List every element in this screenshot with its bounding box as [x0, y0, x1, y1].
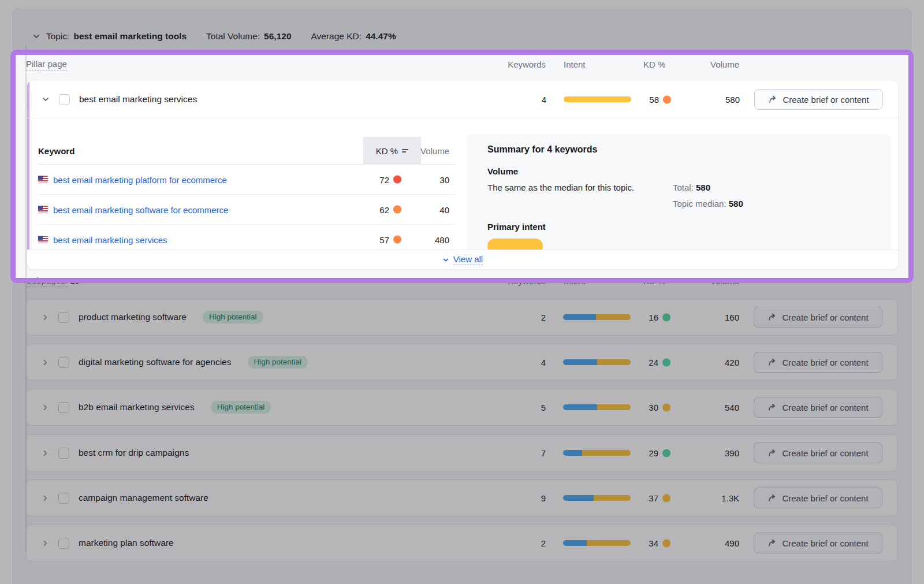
summary-panel: Summary for 4 keywords Volume The same a…	[467, 134, 891, 255]
subpage-checkbox[interactable]	[58, 312, 69, 323]
forward-arrow-icon	[767, 403, 777, 412]
summary-topic-median: Topic median: 580	[673, 199, 743, 209]
keyword-link[interactable]: best email marketing software for ecomme…	[53, 204, 228, 214]
subpage-keywords-count: 2	[497, 538, 546, 548]
chevron-down-icon	[442, 256, 449, 263]
keyword-kd: 72	[336, 174, 401, 184]
chevron-right-icon[interactable]	[41, 314, 49, 321]
pillar-page-label[interactable]: Pillar page	[26, 59, 67, 69]
column-header-volume: Volume	[690, 276, 739, 286]
column-header-kd: KD %	[643, 59, 665, 69]
high-potential-badge: High potential	[211, 401, 271, 414]
subpage-checkbox[interactable]	[58, 493, 69, 504]
summary-primary-intent-heading: Primary intent	[487, 222, 546, 232]
chevron-down-icon[interactable]	[32, 32, 40, 40]
keyword-table: Keyword KD % Volume best email marketing…	[38, 137, 455, 255]
keyword-table-header: Keyword KD % Volume	[38, 137, 455, 165]
create-brief-button[interactable]: Create brief or content	[754, 352, 882, 373]
kd-dot	[662, 494, 670, 502]
subpage-checkbox[interactable]	[58, 402, 69, 413]
subpage-row[interactable]: campaign management software 9 37 1.3K C…	[26, 479, 898, 516]
keyword-volume: 480	[411, 235, 449, 244]
create-brief-button[interactable]: Create brief or content	[754, 307, 882, 328]
subpage-volume: 490	[687, 538, 739, 548]
keyword-kd: 62	[336, 204, 401, 214]
keyword-kd: 57	[336, 235, 401, 244]
chevron-right-icon[interactable]	[41, 540, 49, 547]
subpage-volume: 540	[687, 403, 739, 412]
total-volume-label: Total Volume:	[206, 31, 260, 42]
subpage-row[interactable]: marketing plan software 2 34 490 Create …	[26, 525, 898, 561]
pillar-keywords-count: 4	[497, 95, 546, 105]
topic-label: Topic:	[46, 31, 70, 42]
subpage-title: best crm for drip campaigns	[79, 448, 189, 458]
forward-arrow-icon	[768, 95, 777, 104]
us-flag-icon	[38, 176, 48, 183]
high-potential-badge: High potential	[248, 356, 308, 369]
create-brief-button[interactable]: Create brief or content	[754, 397, 882, 418]
column-header-keyword: Keyword	[38, 146, 74, 155]
kd-dot	[662, 403, 670, 411]
forward-arrow-icon	[767, 358, 777, 367]
keyword-link[interactable]: best email marketing services	[53, 235, 167, 244]
summary-volume-heading: Volume	[487, 166, 518, 176]
subpage-volume: 160	[687, 313, 739, 322]
pillar-checkbox[interactable]	[59, 94, 70, 105]
view-all-link[interactable]: View all	[442, 254, 483, 265]
subpage-title: b2b email marketing services	[79, 402, 195, 412]
pillar-kd: 58	[616, 95, 671, 105]
subpage-volume: 390	[687, 448, 739, 458]
subpage-checkbox[interactable]	[58, 448, 69, 459]
subpage-row[interactable]: best crm for drip campaigns 7 29 390 Cre…	[26, 434, 898, 471]
pillar-card: best email marketing services 4 58 580 C…	[27, 81, 898, 269]
chevron-right-icon[interactable]	[41, 494, 49, 502]
subpages-label[interactable]: Subpages: 18	[26, 276, 80, 285]
column-header-keywords: Keywords	[497, 59, 546, 69]
high-potential-badge: High potential	[203, 311, 263, 323]
summary-title: Summary for 4 keywords	[487, 144, 597, 155]
create-brief-button[interactable]: Create brief or content	[754, 442, 882, 463]
topic-value: best email marketing tools	[74, 31, 187, 42]
chevron-down-icon[interactable]	[42, 95, 50, 103]
average-kd-label: Average KD:	[311, 31, 362, 42]
chevron-right-icon[interactable]	[41, 449, 49, 457]
forward-arrow-icon	[767, 313, 777, 322]
subpage-kd: 16	[615, 313, 670, 322]
create-brief-button[interactable]: Create brief or content	[754, 89, 883, 110]
create-brief-button[interactable]: Create brief or content	[754, 533, 882, 553]
us-flag-icon	[38, 236, 48, 243]
pillar-volume: 580	[688, 95, 740, 105]
subpage-row[interactable]: product marketing software High potentia…	[26, 299, 898, 336]
subpage-kd: 37	[615, 493, 670, 503]
subpage-row[interactable]: digital marketing software for agencies …	[26, 344, 898, 381]
column-header-volume: Volume	[690, 59, 739, 69]
subpage-checkbox[interactable]	[58, 357, 69, 368]
keyword-volume: 40	[411, 204, 449, 214]
kd-dot	[393, 206, 401, 214]
subpage-title: campaign management software	[79, 493, 208, 503]
summary-total: Total: 580	[673, 183, 710, 192]
subpage-keywords-count: 9	[497, 493, 546, 503]
column-header-volume: Volume	[408, 146, 449, 155]
column-header-intent: Intent	[564, 276, 586, 286]
total-volume-value: 56,120	[264, 31, 291, 42]
chevron-right-icon[interactable]	[41, 359, 49, 366]
subpage-keywords-count: 2	[497, 313, 546, 322]
create-brief-button[interactable]: Create brief or content	[754, 488, 882, 508]
subpage-keywords-count: 4	[497, 358, 546, 367]
kd-dot	[662, 358, 670, 366]
kd-dot	[663, 95, 671, 103]
subpage-row[interactable]: b2b email marketing services High potent…	[26, 389, 898, 426]
kd-dot	[393, 236, 401, 244]
subpage-checkbox[interactable]	[58, 538, 69, 549]
subpage-title: digital marketing software for agencies	[79, 357, 232, 367]
subpage-keywords-count: 7	[497, 448, 546, 458]
keyword-link[interactable]: best email marketing platform for ecomme…	[53, 174, 227, 184]
topic-header: Topic:best email marketing tools Total V…	[32, 31, 396, 42]
summary-volume-text: The same as the median for this topic.	[487, 183, 678, 192]
chevron-right-icon[interactable]	[41, 404, 49, 411]
subpage-kd: 34	[615, 538, 670, 548]
kd-dot	[662, 313, 670, 321]
pillar-footer: View all	[27, 250, 898, 269]
pillar-row[interactable]: best email marketing services 4 58 580 C…	[27, 81, 898, 118]
